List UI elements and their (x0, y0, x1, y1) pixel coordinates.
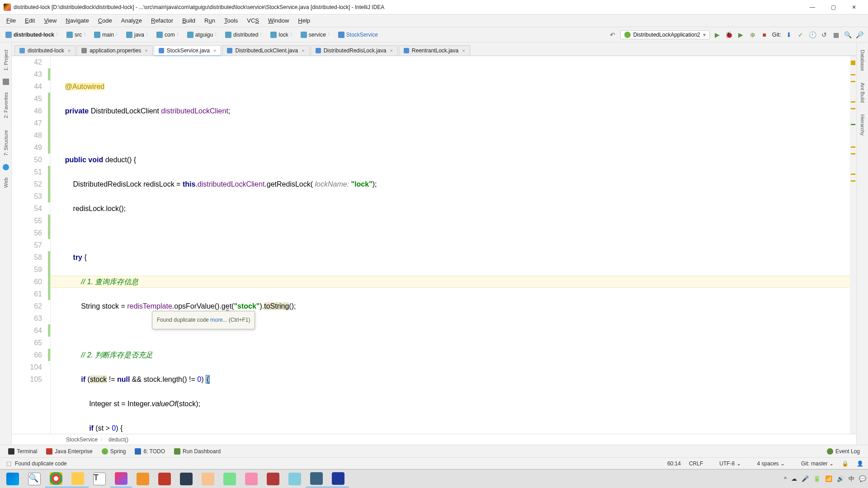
breadcrumb-com[interactable]: com〉 (154, 31, 184, 39)
tool-web-icon[interactable] (3, 164, 9, 170)
breadcrumb-service[interactable]: service〉 (298, 31, 335, 39)
crumb-method[interactable]: deduct() (108, 436, 128, 443)
menu-help[interactable]: Help (293, 15, 315, 26)
task-chrome[interactable] (45, 470, 67, 488)
tray-chevron-icon[interactable]: ^ (784, 475, 787, 482)
task-app-note[interactable] (219, 470, 241, 488)
tab-stockservice[interactable]: StockService.java× (154, 45, 222, 56)
tool-unknown-icon[interactable] (3, 79, 9, 85)
menu-tools[interactable]: Tools (220, 15, 242, 26)
code-content[interactable]: @Autowired private DistributedLockClient… (51, 56, 850, 434)
git-history-icon[interactable]: 🕘 (807, 29, 818, 41)
breadcrumb-main[interactable]: main〉 (91, 31, 123, 39)
task-app-swirl[interactable] (284, 470, 306, 488)
profile-icon[interactable]: ⊕ (747, 29, 759, 41)
debug-icon[interactable]: 🐞 (723, 29, 735, 41)
menu-file[interactable]: File (2, 15, 20, 26)
tray-volume-icon[interactable]: 🔊 (837, 475, 844, 482)
task-app-blue[interactable] (306, 470, 327, 488)
tool-run-dashboard[interactable]: Run Dashboard (170, 447, 225, 455)
menu-vcs[interactable]: VCS (242, 15, 264, 26)
stop-icon[interactable]: ■ (759, 29, 770, 41)
task-app-pink[interactable] (241, 470, 262, 488)
status-hector-icon[interactable]: 👤 (857, 460, 863, 467)
status-encoding[interactable]: UTF-8 ⌄ (711, 460, 741, 467)
tab-reentrantlock[interactable]: ReentrantLock.java× (399, 45, 470, 56)
tool-structure[interactable]: 7: Structure (2, 126, 9, 160)
search-everywhere-icon[interactable]: 🔍 (842, 29, 854, 41)
find-icon[interactable]: 🔎 (854, 29, 865, 41)
breadcrumb-java[interactable]: java〉 (123, 31, 153, 39)
menu-build[interactable]: Build (178, 15, 200, 26)
tool-project[interactable]: 1: Project (2, 45, 9, 75)
task-app-dark[interactable] (175, 470, 197, 488)
menu-window[interactable]: Window (264, 15, 293, 26)
tool-ant[interactable]: Ant Build (859, 78, 866, 107)
menu-code[interactable]: Code (94, 15, 117, 26)
task-text[interactable]: T (89, 470, 110, 488)
breadcrumb-class[interactable]: StockService (335, 31, 381, 39)
breadcrumb-atguigu[interactable]: atguigu〉 (184, 31, 222, 39)
gutter[interactable]: 42 43 44 45 46 47 48 49 50 51 52 53 54 5… (12, 56, 51, 434)
tray-ime-icon[interactable]: 中 (849, 475, 854, 483)
search-button[interactable]: 🔍 (24, 470, 45, 488)
start-button[interactable] (2, 470, 24, 488)
crumb-class[interactable]: StockService (66, 436, 98, 443)
tool-todo[interactable]: 6: TODO (130, 447, 170, 455)
task-explorer[interactable] (67, 470, 89, 488)
error-stripe[interactable] (850, 56, 856, 434)
task-app-pen[interactable] (197, 470, 219, 488)
status-caret-pos[interactable]: 60:14 (667, 460, 681, 467)
tool-hierarchy[interactable]: Hierarchy (859, 110, 866, 140)
status-indent[interactable]: 4 spaces ⌄ (749, 460, 785, 467)
system-tray[interactable]: ^ ☁ 🎤 🔋 📶 🔊 中 💬 (784, 475, 866, 483)
close-button[interactable]: ✕ (844, 0, 864, 14)
tool-spring[interactable]: Spring (97, 447, 131, 455)
maximize-button[interactable]: ▢ (823, 0, 844, 14)
run-config-selector[interactable]: DistributedLockApplication2 ▾ (620, 30, 710, 39)
project-structure-icon[interactable]: ▦ (830, 29, 842, 41)
task-app-orange[interactable] (132, 470, 154, 488)
breadcrumb-src[interactable]: src〉 (64, 31, 90, 39)
run-icon[interactable]: ▶ (712, 29, 723, 41)
status-git-branch[interactable]: Git: master ⌄ (793, 460, 834, 467)
tab-application-properties[interactable]: application.properties× (76, 45, 153, 56)
tray-onedrive-icon[interactable]: ☁ (791, 475, 797, 482)
task-app-red[interactable] (154, 470, 175, 488)
breadcrumb-distributed[interactable]: distributed〉 (222, 31, 267, 39)
breadcrumb-root[interactable]: distributed-lock〉 (3, 31, 63, 39)
status-line-sep[interactable]: CRLF (689, 460, 703, 467)
back-icon[interactable]: ↶ (607, 29, 618, 41)
menu-run[interactable]: Run (200, 15, 220, 26)
coverage-icon[interactable]: ▶ (735, 29, 747, 41)
git-revert-icon[interactable]: ↺ (818, 29, 830, 41)
tool-event-log[interactable]: Event Log (822, 447, 864, 455)
tool-database[interactable]: Database (859, 45, 866, 75)
tray-wifi-icon[interactable]: 📶 (825, 475, 832, 482)
tab-distributed-lock[interactable]: distributed-lock× (14, 45, 75, 56)
tray-mic-icon[interactable]: 🎤 (802, 475, 809, 482)
tool-terminal[interactable]: Terminal (4, 447, 42, 455)
tool-favorites[interactable]: 2: Favorites (2, 88, 9, 122)
git-commit-icon[interactable]: ✓ (795, 29, 807, 41)
git-pull-icon[interactable]: ⬇ (783, 29, 795, 41)
tool-web[interactable]: Web (2, 173, 9, 192)
tooltip-more-link[interactable]: more... (210, 317, 227, 323)
tray-notifications-icon[interactable]: 💬 (859, 475, 866, 482)
task-app-redbox[interactable] (262, 470, 284, 488)
task-intellij[interactable] (110, 470, 132, 488)
task-app-scr[interactable] (327, 470, 349, 488)
breadcrumb-lock[interactable]: lock〉 (268, 31, 297, 39)
tab-distributedlockclient[interactable]: DistributedLockClient.java× (222, 45, 309, 56)
code-editor[interactable]: 42 43 44 45 46 47 48 49 50 51 52 53 54 5… (12, 56, 856, 434)
menu-edit[interactable]: Edit (20, 15, 39, 26)
tool-java-enterprise[interactable]: Java Enterprise (42, 447, 97, 455)
tray-battery-icon[interactable]: 🔋 (813, 475, 821, 482)
menu-refactor[interactable]: Refactor (146, 15, 178, 26)
menu-analyze[interactable]: Analyze (117, 15, 146, 26)
menu-view[interactable]: View (39, 15, 61, 26)
status-lock-icon[interactable]: 🔒 (842, 460, 849, 467)
tab-distributedredislock[interactable]: DistributedRedisLock.java× (311, 45, 398, 56)
menu-navigate[interactable]: Navigate (61, 15, 93, 26)
minimize-button[interactable]: — (802, 0, 823, 14)
